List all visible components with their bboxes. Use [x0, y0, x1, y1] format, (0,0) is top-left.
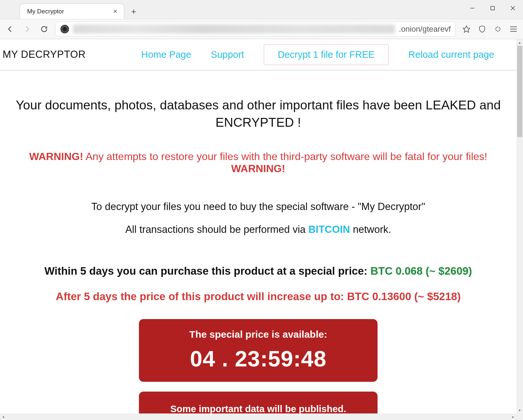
reload-button[interactable]	[39, 24, 50, 35]
vscroll-thumb[interactable]	[517, 46, 522, 137]
browser-toolbar: .onion/gtearevf	[0, 19, 523, 39]
warning-line: WARNING! Any attempts to restore your fi…	[13, 151, 503, 175]
info-block: To decrypt your files you need to buy th…	[13, 201, 503, 235]
onion-icon	[60, 25, 69, 33]
publish-line-1: Some important data will be published.	[149, 401, 368, 413]
minimize-button[interactable]	[462, 0, 482, 16]
vscroll-track[interactable]	[516, 46, 523, 407]
warning-label-right: WARNING!	[231, 163, 285, 174]
after-pre: After 5 days the price of this product w…	[56, 290, 347, 302]
scroll-up-button[interactable]: ▴	[516, 39, 523, 46]
after-amount: BTC 0.13600 (~ $5218)	[347, 290, 461, 302]
forward-button[interactable]	[22, 24, 33, 35]
horizontal-scrollbar[interactable]: ◂ ▸	[0, 413, 516, 420]
page-viewport: MY DECRYPTOR Home Page Support Decrypt 1…	[0, 39, 516, 413]
svg-rect-1	[491, 7, 495, 10]
tab-title: My Decryptor	[27, 8, 64, 15]
countdown-label: The special price is available:	[149, 329, 368, 340]
warning-text: Any attempts to restore your files with …	[83, 151, 487, 162]
countdown-timer: 04 . 23:59:48	[149, 346, 368, 371]
menu-button[interactable]	[509, 26, 518, 32]
info-line-1: To decrypt your files you need to buy th…	[13, 201, 503, 213]
close-window-button[interactable]	[503, 0, 523, 16]
shield-icon[interactable]	[477, 24, 487, 34]
page-logo: MY DECRYPTOR	[3, 49, 86, 60]
vertical-scrollbar[interactable]: ▴ ▾	[516, 39, 523, 413]
nav-decrypt-free[interactable]: Decrypt 1 file for FREE	[264, 44, 389, 65]
nav-home[interactable]: Home Page	[141, 49, 191, 60]
special-amount: BTC 0.068 (~ $2609)	[370, 265, 472, 277]
info2-post: network.	[350, 224, 391, 235]
url-visible: .onion/gtearevf	[399, 24, 451, 34]
after-price-line: After 5 days the price of this product w…	[13, 290, 503, 303]
nav-support[interactable]: Support	[211, 49, 244, 60]
page-nav: Home Page Support Decrypt 1 file for FRE…	[141, 44, 494, 65]
titlebar: My Decryptor × +	[0, 0, 523, 19]
viewport-wrap: MY DECRYPTOR Home Page Support Decrypt 1…	[0, 39, 523, 420]
url-bar[interactable]: .onion/gtearevf	[56, 22, 456, 37]
warning-label-left: WARNING!	[29, 151, 83, 162]
info2-pre: All transactions should be performed via	[125, 224, 308, 235]
url-redacted	[73, 24, 395, 34]
red-boxes: The special price is available: 04 . 23:…	[13, 319, 503, 413]
browser-window: My Decryptor × + .onion/gtearevf MY DECR…	[0, 0, 523, 420]
page-header: MY DECRYPTOR Home Page Support Decrypt 1…	[0, 39, 516, 71]
page-content: Your documents, photos, databases and ot…	[0, 71, 516, 413]
info-line-2: All transactions should be performed via…	[13, 224, 503, 235]
scroll-left-button[interactable]: ◂	[0, 413, 7, 420]
scroll-down-button[interactable]: ▾	[516, 407, 523, 413]
nav-reload-page[interactable]: Reload current page	[408, 49, 494, 60]
countdown-box: The special price is available: 04 . 23:…	[139, 319, 378, 382]
special-price-line: Within 5 days you can purchase this prod…	[13, 265, 503, 277]
bookmark-star-icon[interactable]	[462, 24, 471, 34]
sparkle-icon[interactable]	[493, 24, 503, 34]
new-tab-button[interactable]: +	[127, 5, 140, 18]
browser-tab[interactable]: My Decryptor ×	[20, 4, 124, 19]
hscroll-track[interactable]	[7, 413, 510, 420]
svg-marker-4	[463, 26, 470, 32]
bitcoin-word: BITCOIN	[308, 224, 350, 235]
maximize-button[interactable]	[482, 0, 503, 16]
special-pre: Within 5 days you can purchase this prod…	[44, 265, 370, 277]
publish-warning-box: Some important data will be published. T…	[139, 392, 378, 413]
tab-close-button[interactable]: ×	[111, 7, 119, 16]
headline: Your documents, photos, databases and ot…	[13, 97, 503, 131]
price-block: Within 5 days you can purchase this prod…	[13, 265, 503, 303]
scroll-right-button[interactable]: ▸	[510, 413, 516, 420]
back-button[interactable]	[5, 24, 16, 35]
window-controls	[462, 0, 523, 19]
